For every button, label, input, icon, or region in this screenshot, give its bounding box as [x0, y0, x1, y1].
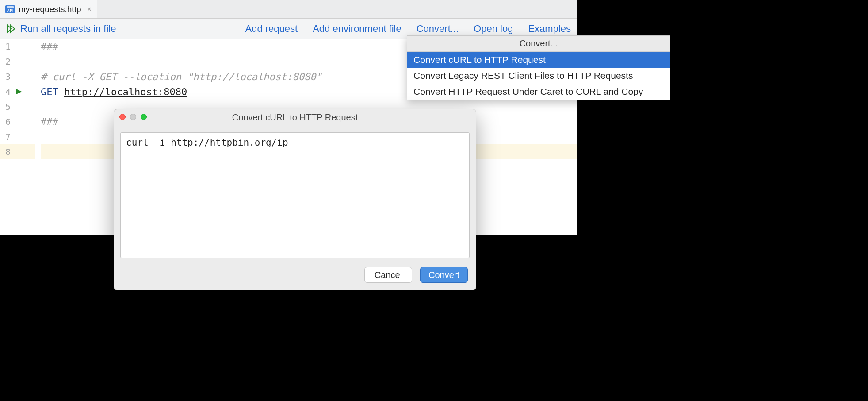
gutter-line: 1: [0, 39, 35, 54]
tab-bar: API my-requests.http ×: [0, 0, 577, 19]
run-line-icon[interactable]: [16, 89, 22, 95]
gutter-line: 8: [0, 144, 35, 159]
dialog-footer: Cancel Convert: [114, 264, 476, 290]
convert-link[interactable]: Convert...: [417, 23, 459, 35]
close-tab-icon[interactable]: ×: [88, 5, 92, 13]
add-request-link[interactable]: Add request: [245, 23, 298, 35]
examples-link[interactable]: Examples: [528, 23, 571, 35]
window-controls: [119, 114, 147, 120]
context-item-convert-curl[interactable]: Convert cURL to HTTP Request: [407, 52, 670, 68]
line-number: 5: [5, 101, 11, 112]
line-gutter: 1 2 3 4 5 6 7 8: [0, 39, 35, 235]
line-number: 6: [5, 116, 11, 127]
gutter-line: 3: [0, 69, 35, 84]
window-close-icon[interactable]: [119, 114, 126, 120]
gutter-line: 2: [0, 54, 35, 69]
line-number: 8: [5, 147, 11, 157]
cancel-button[interactable]: Cancel: [364, 267, 412, 283]
dialog-title: Convert cURL to HTTP Request: [114, 112, 476, 123]
svg-marker-1: [10, 25, 15, 33]
run-all-icon[interactable]: [6, 24, 16, 34]
gutter-line: 7: [0, 129, 35, 144]
svg-marker-0: [7, 25, 11, 33]
convert-button[interactable]: Convert: [420, 267, 468, 283]
gutter-line: 6: [0, 114, 35, 129]
context-item-convert-legacy[interactable]: Convert Legacy REST Client Files to HTTP…: [407, 68, 670, 84]
api-file-icon: API: [5, 5, 15, 13]
convert-curl-dialog: Convert cURL to HTTP Request Cancel Conv…: [114, 109, 476, 290]
dialog-body: [114, 126, 476, 264]
code-url: http://localhost:8080: [64, 86, 187, 97]
add-env-file-link[interactable]: Add environment file: [313, 23, 401, 35]
svg-marker-2: [16, 89, 22, 94]
window-zoom-icon[interactable]: [141, 114, 147, 120]
run-all-link[interactable]: Run all requests in file: [20, 23, 116, 35]
context-menu-header: Convert...: [407, 36, 670, 52]
code-text: ###: [41, 116, 58, 127]
convert-context-menu: Convert... Convert cURL to HTTP Request …: [407, 35, 670, 100]
open-log-link[interactable]: Open log: [474, 23, 513, 35]
line-number: 7: [5, 131, 11, 142]
code-text: ###: [41, 41, 58, 52]
file-tab[interactable]: API my-requests.http ×: [0, 0, 97, 18]
context-item-convert-to-curl[interactable]: Convert HTTP Request Under Caret to CURL…: [407, 84, 670, 100]
window-minimize-icon: [130, 114, 136, 120]
curl-input[interactable]: [120, 132, 470, 258]
gutter-line: 5: [0, 99, 35, 114]
dialog-titlebar: Convert cURL to HTTP Request: [114, 109, 476, 126]
gutter-line: 4: [0, 84, 35, 99]
code-method: GET: [41, 86, 58, 97]
tab-filename: my-requests.http: [19, 4, 81, 14]
line-number: 3: [5, 71, 11, 82]
line-number: 1: [5, 41, 11, 52]
code-text: # curl -X GET --location "http://localho…: [41, 71, 322, 82]
line-number: 2: [5, 56, 11, 67]
line-number: 4: [5, 86, 11, 97]
